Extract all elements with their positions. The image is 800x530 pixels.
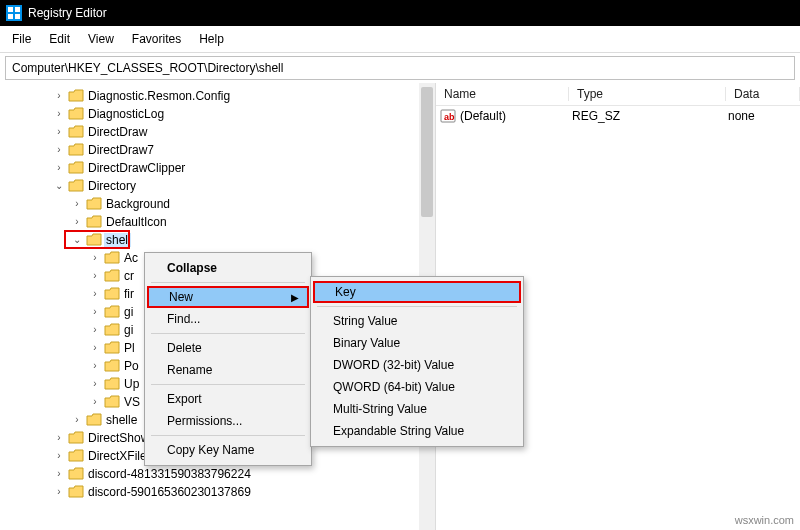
ctx-collapse[interactable]: Collapse <box>147 257 309 279</box>
column-data[interactable]: Data <box>726 87 800 101</box>
tree-item-label: Directory <box>86 179 136 193</box>
submenu-arrow-icon: ▶ <box>291 292 299 303</box>
ctx-new-key[interactable]: Key <box>313 281 521 303</box>
menu-help[interactable]: Help <box>191 30 232 48</box>
tree-item-shell[interactable]: ⌄shell <box>4 231 435 249</box>
folder-icon <box>86 197 102 211</box>
tree-item-label: gi <box>122 323 133 337</box>
ctx-separator <box>151 333 305 334</box>
menu-edit[interactable]: Edit <box>41 30 78 48</box>
column-type[interactable]: Type <box>569 87 726 101</box>
ctx-rename[interactable]: Rename <box>147 359 309 381</box>
address-bar[interactable]: Computer\HKEY_CLASSES_ROOT\Directory\she… <box>5 56 795 80</box>
ctx-separator <box>151 384 305 385</box>
tree-item[interactable]: ›discord-481331590383796224 <box>4 465 435 483</box>
chevron-icon[interactable]: › <box>52 89 66 103</box>
tree-item-directory[interactable]: ⌄Directory <box>4 177 435 195</box>
ctx-new-expandable-string[interactable]: Expandable String Value <box>313 420 521 442</box>
highlight-shell <box>64 230 130 249</box>
ctx-new-string[interactable]: String Value <box>313 310 521 332</box>
chevron-icon[interactable]: › <box>70 197 84 211</box>
chevron-icon[interactable]: › <box>52 485 66 499</box>
svg-text:ab: ab <box>444 112 455 122</box>
chevron-icon[interactable]: ⌄ <box>52 179 66 193</box>
chevron-icon[interactable]: › <box>52 449 66 463</box>
tree-scroll-thumb[interactable] <box>421 87 433 217</box>
ctx-separator <box>151 282 305 283</box>
chevron-icon[interactable]: › <box>88 251 102 265</box>
chevron-icon[interactable]: › <box>52 161 66 175</box>
chevron-icon[interactable]: › <box>70 413 84 427</box>
tree-item-label: DirectShow <box>86 431 149 445</box>
tree-item-label: Ac <box>122 251 138 265</box>
registry-editor-icon <box>6 5 22 21</box>
folder-icon <box>104 359 120 373</box>
values-header: Name Type Data <box>436 83 800 106</box>
svg-rect-0 <box>8 7 13 12</box>
chevron-icon[interactable]: › <box>88 269 102 283</box>
chevron-icon[interactable]: › <box>52 431 66 445</box>
tree-item[interactable]: ›DefaultIcon <box>4 213 435 231</box>
chevron-icon[interactable]: › <box>88 287 102 301</box>
ctx-new[interactable]: New ▶ <box>147 286 309 308</box>
tree-item-label: DiagnosticLog <box>86 107 164 121</box>
chevron-icon[interactable]: › <box>88 395 102 409</box>
svg-rect-2 <box>8 14 13 19</box>
tree-item[interactable]: ›DirectDraw <box>4 123 435 141</box>
folder-icon <box>104 377 120 391</box>
chevron-icon[interactable]: › <box>52 143 66 157</box>
folder-icon <box>104 251 120 265</box>
ctx-delete[interactable]: Delete <box>147 337 309 359</box>
chevron-icon[interactable]: › <box>88 377 102 391</box>
tree-item[interactable]: ›DirectDrawClipper <box>4 159 435 177</box>
folder-icon <box>68 449 84 463</box>
tree-item-label: Po <box>122 359 139 373</box>
folder-icon <box>68 467 84 481</box>
tree-item[interactable]: ›Diagnostic.Resmon.Config <box>4 87 435 105</box>
ctx-find[interactable]: Find... <box>147 308 309 330</box>
ctx-permissions[interactable]: Permissions... <box>147 410 309 432</box>
ctx-new-dword[interactable]: DWORD (32-bit) Value <box>313 354 521 376</box>
tree-item-label: Background <box>104 197 170 211</box>
ctx-copy-key-name[interactable]: Copy Key Name <box>147 439 309 461</box>
folder-icon <box>68 485 84 499</box>
tree-item-label: Up <box>122 377 139 391</box>
tree-item-label: Pl <box>122 341 135 355</box>
menubar: File Edit View Favorites Help <box>0 26 800 53</box>
ctx-separator <box>151 435 305 436</box>
window-title: Registry Editor <box>28 6 107 20</box>
tree-item-label: DirectDraw7 <box>86 143 154 157</box>
ctx-new-multi-string[interactable]: Multi-String Value <box>313 398 521 420</box>
value-name: (Default) <box>460 109 506 123</box>
value-type: REG_SZ <box>564 109 720 123</box>
tree-item-label: DefaultIcon <box>104 215 167 229</box>
address-path: Computer\HKEY_CLASSES_ROOT\Directory\she… <box>12 61 283 75</box>
menu-favorites[interactable]: Favorites <box>124 30 189 48</box>
chevron-icon[interactable]: › <box>88 323 102 337</box>
chevron-icon[interactable]: › <box>70 215 84 229</box>
column-name[interactable]: Name <box>436 87 569 101</box>
folder-icon <box>68 125 84 139</box>
chevron-icon[interactable]: › <box>88 341 102 355</box>
string-value-icon: ab <box>440 108 456 124</box>
tree-item[interactable]: ›DirectDraw7 <box>4 141 435 159</box>
chevron-icon[interactable]: › <box>52 125 66 139</box>
chevron-icon[interactable]: › <box>88 305 102 319</box>
menu-view[interactable]: View <box>80 30 122 48</box>
chevron-icon[interactable]: › <box>88 359 102 373</box>
menu-file[interactable]: File <box>4 30 39 48</box>
tree-item[interactable]: ›Background <box>4 195 435 213</box>
ctx-export[interactable]: Export <box>147 388 309 410</box>
chevron-icon[interactable]: › <box>52 467 66 481</box>
folder-icon <box>68 89 84 103</box>
value-row-default[interactable]: ab (Default) REG_SZ none <box>436 106 800 126</box>
folder-icon <box>104 287 120 301</box>
ctx-new-binary[interactable]: Binary Value <box>313 332 521 354</box>
ctx-new-qword[interactable]: QWORD (64-bit) Value <box>313 376 521 398</box>
tree-item[interactable]: ›DiagnosticLog <box>4 105 435 123</box>
folder-icon <box>68 179 84 193</box>
chevron-icon[interactable]: › <box>52 107 66 121</box>
tree-item-label: DirectDraw <box>86 125 147 139</box>
tree-item[interactable]: ›discord-590165360230137869 <box>4 483 435 501</box>
tree-item-label: discord-590165360230137869 <box>86 485 251 499</box>
